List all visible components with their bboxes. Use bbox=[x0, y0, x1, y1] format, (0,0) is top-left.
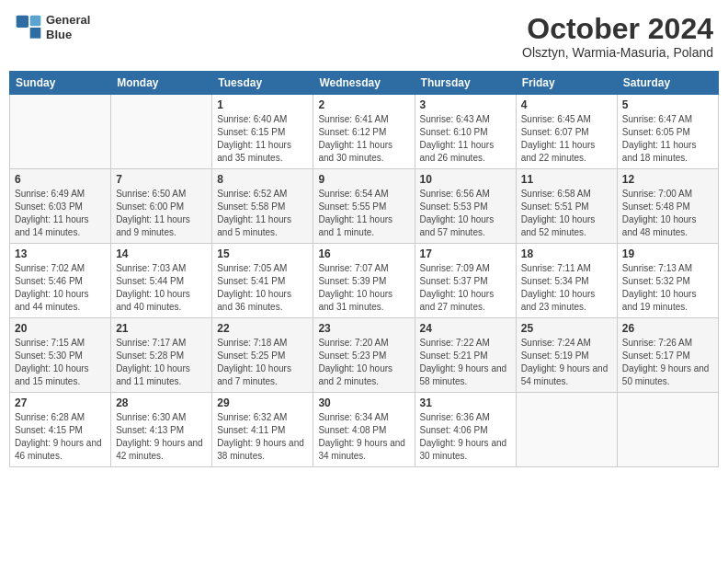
day-info: Sunrise: 7:26 AM Sunset: 5:17 PM Dayligh… bbox=[622, 337, 713, 388]
calendar-cell bbox=[617, 393, 718, 467]
day-info: Sunrise: 6:34 AM Sunset: 4:08 PM Dayligh… bbox=[318, 411, 409, 463]
weekday-header-row: SundayMondayTuesdayWednesdayThursdayFrid… bbox=[10, 72, 719, 95]
day-number: 10 bbox=[420, 173, 511, 186]
day-number: 5 bbox=[622, 98, 713, 111]
calendar-cell: 19Sunrise: 7:13 AM Sunset: 5:32 PM Dayli… bbox=[617, 244, 718, 318]
calendar-cell: 20Sunrise: 7:15 AM Sunset: 5:30 PM Dayli… bbox=[10, 318, 111, 393]
day-number: 1 bbox=[217, 98, 308, 111]
day-number: 20 bbox=[15, 322, 106, 335]
calendar-table: SundayMondayTuesdayWednesdayThursdayFrid… bbox=[9, 71, 719, 467]
svg-marker-3 bbox=[30, 28, 41, 39]
day-number: 25 bbox=[521, 322, 612, 335]
day-number: 9 bbox=[318, 173, 409, 186]
page-header: General Blue October 2024 Olsztyn, Warmi… bbox=[9, 9, 719, 63]
day-info: Sunrise: 7:03 AM Sunset: 5:44 PM Dayligh… bbox=[116, 262, 207, 314]
weekday-header-thursday: Thursday bbox=[415, 72, 516, 95]
weekday-header-friday: Friday bbox=[516, 72, 617, 95]
day-number: 18 bbox=[521, 247, 612, 260]
day-info: Sunrise: 6:50 AM Sunset: 6:00 PM Dayligh… bbox=[116, 188, 207, 239]
day-info: Sunrise: 7:09 AM Sunset: 5:37 PM Dayligh… bbox=[420, 262, 511, 314]
day-number: 24 bbox=[420, 322, 511, 335]
calendar-cell: 31Sunrise: 6:36 AM Sunset: 4:06 PM Dayli… bbox=[415, 393, 516, 467]
day-info: Sunrise: 6:54 AM Sunset: 5:55 PM Dayligh… bbox=[318, 188, 409, 239]
calendar-cell: 23Sunrise: 7:20 AM Sunset: 5:23 PM Dayli… bbox=[313, 318, 415, 393]
day-number: 6 bbox=[15, 173, 106, 186]
calendar-cell: 27Sunrise: 6:28 AM Sunset: 4:15 PM Dayli… bbox=[10, 393, 111, 467]
day-number: 27 bbox=[15, 396, 106, 409]
day-number: 8 bbox=[217, 173, 308, 186]
day-number: 21 bbox=[116, 322, 207, 335]
calendar-cell: 2Sunrise: 6:41 AM Sunset: 6:12 PM Daylig… bbox=[313, 95, 415, 169]
day-number: 22 bbox=[217, 322, 308, 335]
weekday-header-tuesday: Tuesday bbox=[212, 72, 313, 95]
title-block: October 2024 Olsztyn, Warmia-Masuria, Po… bbox=[522, 13, 713, 60]
logo-line2: Blue bbox=[46, 28, 90, 42]
day-info: Sunrise: 6:41 AM Sunset: 6:12 PM Dayligh… bbox=[318, 113, 409, 165]
calendar-week-0: 1Sunrise: 6:40 AM Sunset: 6:15 PM Daylig… bbox=[10, 95, 719, 169]
logo-text: General Blue bbox=[46, 13, 90, 41]
calendar-cell: 29Sunrise: 6:32 AM Sunset: 4:11 PM Dayli… bbox=[212, 393, 313, 467]
day-info: Sunrise: 6:30 AM Sunset: 4:13 PM Dayligh… bbox=[116, 411, 207, 463]
calendar-cell: 15Sunrise: 7:05 AM Sunset: 5:41 PM Dayli… bbox=[212, 244, 313, 318]
calendar-cell: 1Sunrise: 6:40 AM Sunset: 6:15 PM Daylig… bbox=[212, 95, 313, 169]
calendar-cell: 26Sunrise: 7:26 AM Sunset: 5:17 PM Dayli… bbox=[617, 318, 718, 393]
day-number: 7 bbox=[116, 173, 207, 186]
calendar-cell: 17Sunrise: 7:09 AM Sunset: 5:37 PM Dayli… bbox=[415, 244, 516, 318]
day-number: 30 bbox=[318, 396, 409, 409]
day-number: 26 bbox=[622, 322, 713, 335]
day-info: Sunrise: 7:13 AM Sunset: 5:32 PM Dayligh… bbox=[622, 262, 713, 314]
day-info: Sunrise: 7:17 AM Sunset: 5:28 PM Dayligh… bbox=[116, 337, 207, 388]
day-number: 31 bbox=[420, 396, 511, 409]
calendar-cell: 14Sunrise: 7:03 AM Sunset: 5:44 PM Dayli… bbox=[111, 244, 212, 318]
day-info: Sunrise: 7:00 AM Sunset: 5:48 PM Dayligh… bbox=[622, 188, 713, 239]
day-number: 2 bbox=[318, 98, 409, 111]
calendar-cell: 6Sunrise: 6:49 AM Sunset: 6:03 PM Daylig… bbox=[10, 169, 111, 244]
day-number: 4 bbox=[521, 98, 612, 111]
day-info: Sunrise: 7:15 AM Sunset: 5:30 PM Dayligh… bbox=[15, 337, 106, 388]
calendar-cell: 24Sunrise: 7:22 AM Sunset: 5:21 PM Dayli… bbox=[415, 318, 516, 393]
day-info: Sunrise: 7:11 AM Sunset: 5:34 PM Dayligh… bbox=[521, 262, 612, 314]
day-info: Sunrise: 6:49 AM Sunset: 6:03 PM Dayligh… bbox=[15, 188, 106, 239]
day-info: Sunrise: 6:43 AM Sunset: 6:10 PM Dayligh… bbox=[420, 113, 511, 165]
day-number: 3 bbox=[420, 98, 511, 111]
day-number: 28 bbox=[116, 396, 207, 409]
day-info: Sunrise: 6:40 AM Sunset: 6:15 PM Dayligh… bbox=[217, 113, 308, 165]
calendar-cell: 12Sunrise: 7:00 AM Sunset: 5:48 PM Dayli… bbox=[617, 169, 718, 244]
calendar-cell bbox=[516, 393, 617, 467]
calendar-cell: 9Sunrise: 6:54 AM Sunset: 5:55 PM Daylig… bbox=[313, 169, 415, 244]
calendar-cell: 4Sunrise: 6:45 AM Sunset: 6:07 PM Daylig… bbox=[516, 95, 617, 169]
weekday-header-monday: Monday bbox=[111, 72, 212, 95]
calendar-body: 1Sunrise: 6:40 AM Sunset: 6:15 PM Daylig… bbox=[10, 95, 719, 467]
logo: General Blue bbox=[15, 13, 90, 41]
day-info: Sunrise: 7:18 AM Sunset: 5:25 PM Dayligh… bbox=[217, 337, 308, 388]
calendar-subtitle: Olsztyn, Warmia-Masuria, Poland bbox=[522, 45, 713, 60]
calendar-cell: 18Sunrise: 7:11 AM Sunset: 5:34 PM Dayli… bbox=[516, 244, 617, 318]
calendar-week-3: 20Sunrise: 7:15 AM Sunset: 5:30 PM Dayli… bbox=[10, 318, 719, 393]
day-info: Sunrise: 7:07 AM Sunset: 5:39 PM Dayligh… bbox=[318, 262, 409, 314]
day-number: 14 bbox=[116, 247, 207, 260]
calendar-cell: 10Sunrise: 6:56 AM Sunset: 5:53 PM Dayli… bbox=[415, 169, 516, 244]
weekday-header-sunday: Sunday bbox=[10, 72, 111, 95]
day-info: Sunrise: 6:32 AM Sunset: 4:11 PM Dayligh… bbox=[217, 411, 308, 463]
day-info: Sunrise: 7:02 AM Sunset: 5:46 PM Dayligh… bbox=[15, 262, 106, 314]
calendar-cell bbox=[111, 95, 212, 169]
day-number: 11 bbox=[521, 173, 612, 186]
svg-rect-2 bbox=[30, 15, 41, 26]
day-info: Sunrise: 6:56 AM Sunset: 5:53 PM Dayligh… bbox=[420, 188, 511, 239]
weekday-header-wednesday: Wednesday bbox=[313, 72, 415, 95]
calendar-header: SundayMondayTuesdayWednesdayThursdayFrid… bbox=[10, 72, 719, 95]
day-number: 29 bbox=[217, 396, 308, 409]
calendar-title: October 2024 bbox=[522, 13, 713, 45]
calendar-cell: 22Sunrise: 7:18 AM Sunset: 5:25 PM Dayli… bbox=[212, 318, 313, 393]
calendar-cell: 7Sunrise: 6:50 AM Sunset: 6:00 PM Daylig… bbox=[111, 169, 212, 244]
day-number: 13 bbox=[15, 247, 106, 260]
day-info: Sunrise: 6:52 AM Sunset: 5:58 PM Dayligh… bbox=[217, 188, 308, 239]
day-info: Sunrise: 6:45 AM Sunset: 6:07 PM Dayligh… bbox=[521, 113, 612, 165]
calendar-cell: 28Sunrise: 6:30 AM Sunset: 4:13 PM Dayli… bbox=[111, 393, 212, 467]
calendar-cell: 8Sunrise: 6:52 AM Sunset: 5:58 PM Daylig… bbox=[212, 169, 313, 244]
day-info: Sunrise: 7:22 AM Sunset: 5:21 PM Dayligh… bbox=[420, 337, 511, 388]
calendar-cell: 16Sunrise: 7:07 AM Sunset: 5:39 PM Dayli… bbox=[313, 244, 415, 318]
calendar-cell: 3Sunrise: 6:43 AM Sunset: 6:10 PM Daylig… bbox=[415, 95, 516, 169]
calendar-week-4: 27Sunrise: 6:28 AM Sunset: 4:15 PM Dayli… bbox=[10, 393, 719, 467]
day-number: 17 bbox=[420, 247, 511, 260]
